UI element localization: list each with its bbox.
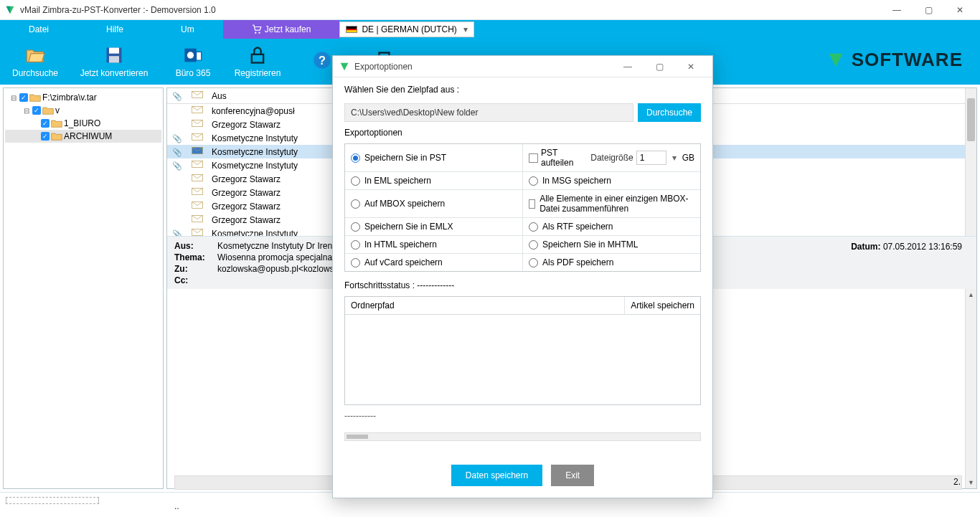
svg-marker-25: [341, 62, 349, 70]
detail-subject: Wiosenna promocja specjalna!: [217, 252, 334, 262]
option-split-pst[interactable]: PST aufteilen: [541, 148, 588, 168]
menu-file[interactable]: Datei: [0, 20, 77, 39]
radio-icon: [351, 176, 360, 186]
checkbox-icon[interactable]: [529, 199, 535, 209]
detail-cc-label: Cc:: [174, 275, 217, 285]
folder-icon: [51, 132, 62, 141]
exit-button[interactable]: Exit: [551, 465, 594, 486]
progress-status-label: Fortschrittsstatus : -------------: [344, 280, 701, 290]
radio-icon: [351, 199, 360, 209]
header-attachment[interactable]: 📎: [167, 88, 187, 104]
menu-about[interactable]: Um: [152, 20, 223, 39]
radio-icon: [529, 222, 538, 232]
paperclip-icon: 📎: [172, 161, 182, 170]
flag-de-icon: [346, 26, 357, 33]
horizontal-scrollbar[interactable]: [344, 432, 701, 441]
option-pdf[interactable]: Als PDF speichern: [522, 254, 700, 271]
window-close-button[interactable]: ✕: [944, 0, 976, 20]
window-title: vMail Zimbra-zu-PST-Konverter :- Demover…: [20, 5, 216, 15]
option-msg[interactable]: In MSG speichern: [522, 172, 700, 189]
option-vcard[interactable]: Auf vCard speichern: [345, 254, 522, 271]
detail-from-label: Aus:: [174, 241, 217, 251]
envelope-icon: [192, 90, 203, 99]
export-options-label: Exportoptionen: [344, 128, 701, 138]
option-html[interactable]: In HTML speichern: [345, 236, 522, 253]
tool-convert[interactable]: Jetzt konvertieren: [67, 40, 161, 83]
outlook-icon: [183, 45, 203, 65]
paperclip-icon: 📎: [172, 229, 182, 237]
envelope-icon: [192, 201, 203, 209]
tool-office365[interactable]: Büro 365: [161, 40, 225, 83]
maillist-vertical-scrollbar[interactable]: [965, 88, 976, 236]
window-maximize-button[interactable]: ▢: [913, 0, 944, 20]
titlebar: vMail Zimbra-zu-PST-Konverter :- Demover…: [0, 0, 980, 20]
option-emlx[interactable]: Speichern Sie in EMLX: [345, 218, 522, 235]
svg-point-3: [258, 32, 260, 34]
option-mbox-single[interactable]: Alle Elemente in einer einzigen MBOX-Dat…: [522, 190, 700, 217]
tree-twisty-icon[interactable]: ⊟: [9, 94, 18, 102]
scrollbar-thumb[interactable]: [967, 98, 975, 141]
save-data-button[interactable]: Daten speichern: [451, 465, 542, 486]
tree-label: ARCHIWUM: [64, 131, 112, 141]
envelope-icon: [192, 105, 203, 114]
svg-marker-1: [6, 6, 10, 14]
checkbox-icon[interactable]: ✓: [41, 119, 50, 128]
chevron-down-icon[interactable]: ▾: [669, 153, 679, 163]
output-path-input[interactable]: [344, 103, 633, 122]
scroll-up-icon[interactable]: ▲: [966, 289, 976, 300]
detail-subject-label: Thema:: [174, 252, 217, 262]
checkbox-icon[interactable]: [529, 153, 538, 163]
dialog-minimize-button[interactable]: —: [612, 62, 644, 72]
tree-twisty-icon[interactable]: ⊟: [22, 107, 31, 115]
tool-register[interactable]: Registrieren: [225, 40, 290, 83]
svg-rect-6: [109, 56, 119, 62]
content-vertical-scrollbar[interactable]: ▲ ▼: [965, 289, 976, 488]
progress-header-save: Artikel speichern: [624, 297, 700, 314]
radio-icon: [529, 258, 538, 267]
tree-item-biuro[interactable]: ✓ 1_BIURO: [5, 117, 161, 130]
folder-icon: [42, 106, 54, 115]
radio-icon: [529, 240, 538, 250]
option-mbox[interactable]: Auf MBOX speichern: [345, 190, 522, 217]
envelope-icon: [192, 146, 203, 155]
preview-fragment-2: 2.: [953, 477, 961, 487]
option-rtf[interactable]: Als RTF speichern: [522, 218, 700, 235]
tree-item-archiwum[interactable]: ✓ ARCHIWUM: [5, 130, 161, 143]
scroll-down-icon[interactable]: ▼: [966, 477, 976, 488]
tree-item-root[interactable]: ⊟ ✓ F:\zimbra\v.tar: [5, 91, 161, 104]
envelope-icon: [192, 119, 203, 128]
envelope-icon: [192, 187, 203, 196]
svg-text:?: ?: [319, 54, 326, 67]
chevron-down-icon: ▾: [463, 24, 468, 34]
save-icon: [104, 45, 124, 65]
menu-help[interactable]: Hilfe: [77, 20, 152, 39]
folder-icon: [29, 93, 41, 102]
tool-browse[interactable]: Durchsuche: [3, 40, 67, 83]
option-mhtml[interactable]: Speichern Sie in MHTML: [522, 236, 700, 253]
svg-rect-9: [252, 54, 263, 63]
browse-button[interactable]: Durchsuche: [638, 103, 701, 122]
window-minimize-button[interactable]: —: [881, 0, 913, 20]
envelope-icon: [192, 133, 203, 141]
checkbox-icon[interactable]: ✓: [41, 132, 50, 141]
dialog-close-button[interactable]: ✕: [675, 62, 707, 72]
dialog-maximize-button[interactable]: ▢: [644, 62, 675, 72]
filesize-input[interactable]: [636, 151, 666, 165]
scrollbar-thumb[interactable]: [347, 435, 368, 439]
checkbox-icon[interactable]: ✓: [32, 106, 41, 115]
app-logo-icon: [339, 61, 350, 72]
option-eml[interactable]: In EML speichern: [345, 172, 522, 189]
tree-label: 1_BIURO: [64, 118, 100, 128]
choose-path-label: Wählen Sie den Zielpfad aus :: [344, 85, 701, 95]
menubar: Datei Hilfe Um Jetzt kaufen DE | GERMAN …: [0, 20, 980, 39]
language-selector[interactable]: DE | GERMAN (DUTCH) ▾: [339, 22, 474, 37]
progress-dashes: -----------: [344, 411, 701, 421]
dialog-footer: Daten speichern Exit: [333, 456, 712, 498]
dialog-titlebar: Exportoptionen — ▢ ✕: [333, 56, 712, 77]
dialog-title: Exportoptionen: [354, 62, 413, 72]
menu-buy-now[interactable]: Jetzt kaufen: [223, 20, 340, 39]
header-read[interactable]: [187, 88, 207, 104]
option-pst[interactable]: Speichern Sie in PST: [345, 144, 522, 171]
tree-item-v[interactable]: ⊟ ✓ v: [5, 104, 161, 117]
checkbox-icon[interactable]: ✓: [19, 93, 28, 102]
